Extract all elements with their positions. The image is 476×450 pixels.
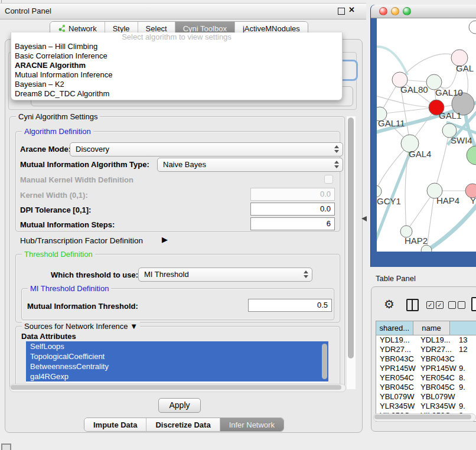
node-label: GAL4 xyxy=(409,149,431,159)
columns-icon[interactable] xyxy=(406,299,419,311)
algorithm-option[interactable]: Basic Correlation Inference xyxy=(11,51,342,61)
aracne-mode-label: Aracne Mode: xyxy=(20,145,71,154)
hub-section-label[interactable]: Hub/Transcription Factor Definition xyxy=(20,236,143,245)
table-panel-title: Table Panel xyxy=(376,274,416,283)
control-panel-titlebar: Control Panel ✕ xyxy=(0,3,366,19)
gear-icon[interactable]: ⚙ xyxy=(384,298,395,311)
which-threshold-combobox[interactable]: MI Threshold xyxy=(138,268,312,282)
mac-zoom-icon[interactable] xyxy=(403,7,411,15)
table-cell: YBR045C xyxy=(376,383,417,392)
algorithm-dropdown: Select algorithm to view settings Bayesi… xyxy=(11,32,343,100)
node-table[interactable]: shared...name YDL19...YDL19...13YDR27...… xyxy=(376,321,476,422)
sources-group-title: Sources for Network Inference ▼ xyxy=(22,322,140,331)
algorithm-option[interactable]: Dream8 DC_TDC Algorithm xyxy=(11,89,342,99)
algorithm-option[interactable]: Bayesian – K2 xyxy=(11,80,342,89)
checked-box-icon: ✓ xyxy=(436,301,444,309)
table-cell xyxy=(458,354,476,364)
table-row[interactable]: YER054CYER054C8. xyxy=(376,373,476,383)
table-row[interactable]: YBR043CYBR043C xyxy=(376,354,476,364)
table-row[interactable]: YBR045CYBR045C9. xyxy=(376,383,476,392)
list-scrollbar-thumb[interactable] xyxy=(322,344,327,379)
node-label: GAL11 xyxy=(378,118,405,128)
float-window-icon[interactable] xyxy=(338,8,345,15)
network-canvas[interactable]: GALGAL80GAL10GAL1GAL11SWI4GAL4GCY1HAP4YH… xyxy=(377,18,476,252)
mi-steps-field[interactable]: 6 xyxy=(250,217,335,230)
page-icon[interactable] xyxy=(471,297,476,311)
table-cell: YDL19... xyxy=(376,335,417,345)
table-cell: YDR27... xyxy=(376,345,417,354)
tab-label: Cyni Toolbox xyxy=(183,24,227,33)
tab-label: jActiveMNodules xyxy=(243,24,300,33)
node-gcy1[interactable] xyxy=(377,185,382,197)
close-icon[interactable]: ✕ xyxy=(348,5,355,14)
table-cell: 13 xyxy=(458,335,476,345)
collapse-triangle-icon[interactable]: ▼ xyxy=(130,322,138,331)
node[interactable] xyxy=(469,21,476,34)
column-header[interactable] xyxy=(450,321,476,335)
table-cell: YLR345W xyxy=(417,402,458,411)
bottom-tab-strip: Impute Data Discretize Data Infer Networ… xyxy=(84,418,284,432)
settings-horizontal-scrollbar[interactable] xyxy=(9,384,346,392)
hide-unchecked-columns-icon[interactable] xyxy=(448,301,465,309)
algorithm-option[interactable]: Mutual Information Inference xyxy=(11,70,342,80)
checked-box-icon: ✓ xyxy=(426,301,434,309)
table-horizontal-scrollbar[interactable] xyxy=(373,413,476,422)
table-row[interactable]: YLR345WYLR345W9. xyxy=(376,402,476,411)
dpi-tolerance-field[interactable]: 0.0 xyxy=(250,203,335,216)
dpi-tolerance-label: DPI Tolerance [0,1]: xyxy=(20,206,91,214)
algorithm-option[interactable]: ARACNE Algorithm xyxy=(11,61,342,70)
apply-button[interactable]: Apply xyxy=(158,398,201,413)
expand-triangle-icon[interactable]: ▶ xyxy=(162,235,168,244)
mi-type-combobox[interactable]: Naive Bayes xyxy=(157,158,343,172)
table-cell: YBR045C xyxy=(417,383,458,392)
screen: Control Panel ✕ Network Style Select Cyn… xyxy=(0,0,476,450)
table-cell: YDL19... xyxy=(417,335,458,345)
settings-vertical-scrollbar[interactable] xyxy=(347,116,356,389)
mi-threshold-field[interactable]: 0.5 xyxy=(248,299,332,312)
tab-label: Select xyxy=(146,24,167,33)
node-label: GAL10 xyxy=(435,87,463,97)
aracne-mode-combobox[interactable]: Discovery xyxy=(70,142,343,156)
algorithm-option[interactable]: Bayesian – Hill Climbing xyxy=(11,42,342,51)
node[interactable] xyxy=(467,146,476,165)
mac-close-icon[interactable] xyxy=(379,7,387,15)
node-label: HAP2 xyxy=(405,236,428,246)
node-label: HAP4 xyxy=(436,195,459,206)
show-checked-columns-icon[interactable]: ✓ ✓ xyxy=(426,301,444,309)
table-cell: YDR27... xyxy=(417,345,458,354)
attribute-list-item[interactable]: SelfLoops xyxy=(26,341,328,351)
table-cell: 12 xyxy=(458,345,476,354)
tab-label: Infer Network xyxy=(229,420,275,429)
kernel-width-label: Kernel Width (0,1): xyxy=(20,191,88,200)
attribute-list-item[interactable]: gal4RGexp xyxy=(26,371,328,381)
table-row[interactable]: YDR27...YDR27...12 xyxy=(376,345,476,354)
table-cell xyxy=(458,392,476,402)
sources-title-text: Sources for Network Inference xyxy=(24,322,128,331)
attribute-list-item[interactable]: BetweennessCentrality xyxy=(26,361,328,371)
settings-group-title: Cyni Algorithm Settings xyxy=(16,112,100,121)
tab-infer-network[interactable]: Infer Network xyxy=(220,418,283,431)
table-cell: 9. xyxy=(458,383,476,392)
stepper-icon xyxy=(334,145,339,153)
node-label: SWI4 xyxy=(451,135,472,145)
table-row[interactable]: YPR145WYPR145W9. xyxy=(376,364,476,373)
stepper-icon xyxy=(334,161,339,168)
attribute-list-item[interactable]: TopologicalCoefficient xyxy=(26,351,328,361)
control-panel-title: Control Panel xyxy=(5,6,51,15)
dropdown-list: Bayesian – Hill ClimbingBasic Correlatio… xyxy=(11,42,342,99)
manual-kernel-checkbox[interactable] xyxy=(324,175,333,184)
tab-label: Impute Data xyxy=(93,420,137,429)
data-attributes-label: Data Attributes xyxy=(21,332,76,341)
mouse-cursor xyxy=(361,216,367,221)
table-cell: YLR345W xyxy=(376,402,417,411)
kernel-width-field[interactable]: 0.0 xyxy=(250,188,335,201)
column-header[interactable]: shared... xyxy=(376,321,413,335)
tab-discretize-data[interactable]: Discretize Data xyxy=(146,418,219,431)
dock-mini-icon[interactable] xyxy=(1,444,11,450)
mac-minimize-icon[interactable] xyxy=(391,7,399,15)
table-row[interactable]: YDL19...YDL19...13 xyxy=(376,335,476,345)
tab-impute-data[interactable]: Impute Data xyxy=(84,418,146,431)
table-row[interactable]: YBL079WYBL079W xyxy=(376,392,476,402)
column-header[interactable]: name xyxy=(413,321,451,335)
table-cell: YER054C xyxy=(417,373,458,383)
